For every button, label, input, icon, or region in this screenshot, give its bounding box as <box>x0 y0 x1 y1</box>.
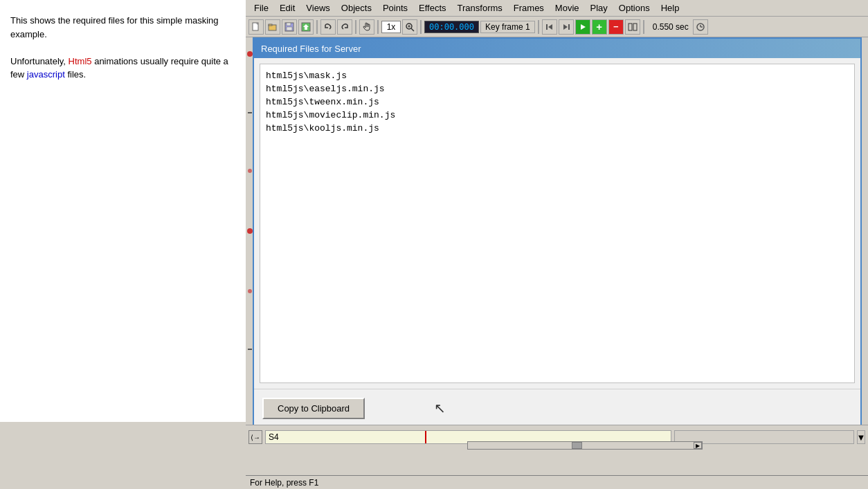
timecode-display: 00:00.000 <box>424 21 479 33</box>
separator-6 <box>643 20 644 34</box>
svg-rect-6 <box>287 27 292 30</box>
prev-frame-button[interactable] <box>542 19 557 35</box>
separator-5 <box>538 20 539 34</box>
timeline-playhead <box>425 431 426 443</box>
storyboard-button[interactable] <box>625 19 640 35</box>
cursor-indicator: ↖ <box>434 400 446 416</box>
separator-1 <box>316 20 318 34</box>
description-text: This shows the required files for this s… <box>10 14 235 82</box>
file-item-4: html5js\kooljs.min.js <box>266 122 849 134</box>
separator-4 <box>420 20 422 34</box>
svg-marker-13 <box>548 24 552 30</box>
highlight-html5: Html5 <box>69 56 92 66</box>
required-files-dialog: Required Files for Server html5js\mask.j… <box>253 37 862 428</box>
redo-button[interactable] <box>337 19 352 35</box>
timeline-expand-button[interactable]: ⟨→ <box>248 430 262 444</box>
menu-play[interactable]: Play <box>585 1 613 15</box>
separator-3 <box>377 20 379 34</box>
menu-frames[interactable]: Frames <box>508 1 550 15</box>
file-item-2: html5js\tweenx.min.js <box>266 96 849 108</box>
separator-2 <box>355 20 356 34</box>
svg-marker-15 <box>563 24 568 30</box>
menu-transforms[interactable]: Transforms <box>452 1 508 15</box>
menu-effects[interactable]: Effects <box>413 1 452 15</box>
menu-file[interactable]: File <box>248 1 274 15</box>
menu-movie[interactable]: Movie <box>550 1 585 15</box>
dialog-title: Required Files for Server <box>261 44 361 54</box>
timeline-track-label: S4 <box>269 432 279 442</box>
zoom-button[interactable] <box>402 19 417 35</box>
scroll-line-2 <box>248 349 252 350</box>
dialog-footer: Copy to Clipboard ↖ <box>254 389 860 427</box>
timeline-scroll-right[interactable]: ▼ <box>857 430 865 444</box>
file-item-3: html5js\movieclip.min.js <box>266 109 849 121</box>
keyframe-display: Key frame 1 <box>480 21 535 33</box>
scroll-right-arrow[interactable]: ▶ <box>694 442 702 449</box>
open-button[interactable] <box>265 19 280 35</box>
svg-line-10 <box>411 28 414 31</box>
scrollbar-thumb[interactable] <box>572 442 582 449</box>
dialog-title-bar: Required Files for Server <box>254 39 860 58</box>
scroll-dot-1 <box>247 51 253 57</box>
left-panel: This shows the required files for this s… <box>0 0 246 422</box>
clock-button[interactable] <box>693 19 708 35</box>
toolbar: 1x 00:00.000 Key frame 1 + − 0.550 sec <box>246 17 868 37</box>
file-item-1: html5js\easeljs.min.js <box>266 83 849 95</box>
horizontal-scrollbar[interactable]: ▶ <box>467 441 703 450</box>
svg-rect-5 <box>287 23 291 26</box>
svg-rect-19 <box>633 24 637 30</box>
undo-button[interactable] <box>320 19 336 35</box>
scroll-dot-3 <box>247 228 253 234</box>
export-button[interactable] <box>298 19 314 35</box>
zoom-display: 1x <box>381 21 401 33</box>
copy-to-clipboard-button[interactable]: Copy to Clipboard <box>262 398 365 419</box>
menu-objects[interactable]: Objects <box>336 1 377 15</box>
svg-marker-17 <box>581 24 586 30</box>
svg-rect-18 <box>629 24 632 30</box>
duration-display: 0.550 sec <box>650 21 691 33</box>
menu-edit[interactable]: Edit <box>274 1 300 15</box>
file-list: html5js\mask.js html5js\easeljs.min.js h… <box>266 70 849 377</box>
play-button[interactable] <box>575 19 590 35</box>
menu-help[interactable]: Help <box>655 1 685 15</box>
app-container: File Edit Views Objects Points Effects T… <box>246 0 868 489</box>
scroll-dot-4 <box>248 289 252 293</box>
add-keyframe-button[interactable]: + <box>592 19 607 35</box>
status-text: For Help, press F1 <box>250 478 318 488</box>
next-frame-button[interactable] <box>559 19 574 35</box>
dialog-content: html5js\mask.js html5js\easeljs.min.js h… <box>260 64 855 383</box>
svg-rect-3 <box>269 24 272 26</box>
blue-javascript: javascript <box>27 69 65 80</box>
scroll-line-1 <box>248 112 252 113</box>
status-bar: For Help, press F1 <box>246 475 868 489</box>
file-item-0: html5js\mask.js <box>266 70 849 82</box>
save-button[interactable] <box>282 19 297 35</box>
hand-tool[interactable] <box>359 19 374 35</box>
remove-keyframe-button[interactable]: − <box>608 19 624 35</box>
menu-bar: File Edit Views Objects Points Effects T… <box>246 0 868 17</box>
menu-points[interactable]: Points <box>377 1 413 15</box>
scroll-dot-2 <box>248 169 252 173</box>
menu-views[interactable]: Views <box>300 1 335 15</box>
menu-options[interactable]: Options <box>613 1 655 15</box>
new-button[interactable] <box>248 19 264 35</box>
